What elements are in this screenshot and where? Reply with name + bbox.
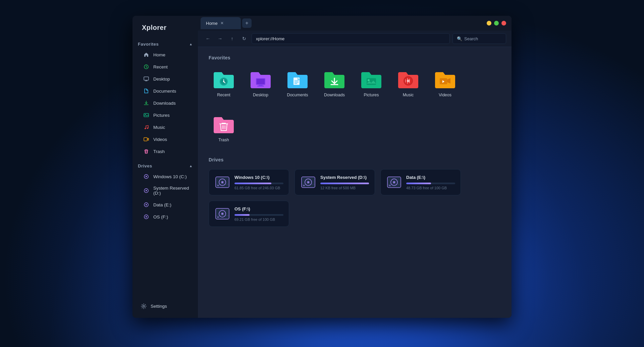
address-bar[interactable] [252, 33, 450, 44]
folder-trash-label: Trash [218, 138, 229, 142]
favorites-arrow-icon: ▲ [189, 42, 193, 46]
forward-button[interactable]: → [215, 34, 225, 43]
forward-icon: → [218, 36, 222, 41]
close-button[interactable] [501, 21, 506, 26]
documents-icon [143, 88, 149, 94]
svg-point-48 [308, 182, 309, 183]
folder-videos-label: Videos [439, 93, 451, 97]
sidebar-item-videos[interactable]: Videos [135, 134, 195, 145]
videos-icon [143, 136, 149, 142]
drive-e-free: 48.73 GB free of 100 GB [406, 186, 455, 190]
settings-item[interactable]: Settings [132, 300, 198, 312]
drive-d-bar-bg [320, 183, 369, 184]
refresh-icon: ↻ [242, 36, 246, 41]
drive-f-free: 69.21 GB free of 100 GB [234, 217, 283, 221]
folder-recent-label: Recent [217, 93, 230, 97]
folder-item-pictures[interactable]: Pictures [356, 67, 386, 100]
downloads-icon [143, 100, 149, 106]
folder-item-music[interactable]: Music [393, 67, 423, 100]
folder-item-downloads[interactable]: Downloads [319, 67, 350, 100]
drive-c-bar-bg [234, 183, 283, 184]
up-icon: ↑ [231, 36, 233, 41]
drive-e-disk-icon [386, 174, 402, 190]
drive-d-disk-icon [300, 174, 316, 190]
favorites-section-header[interactable]: Favorites ▲ [132, 40, 198, 49]
back-button[interactable]: ← [203, 34, 213, 43]
drive-d-name: System Reserved (D:\) [320, 175, 369, 180]
drive-c-disk-icon [214, 174, 230, 190]
folder-item-videos[interactable]: Videos [430, 67, 460, 100]
favorites-section-label: Favorites [138, 42, 159, 47]
sidebar-trash-label: Trash [153, 149, 165, 154]
recent-icon [143, 64, 149, 70]
tab-close-icon[interactable]: ✕ [220, 21, 224, 25]
sidebar-f-drive-label: OS (F:) [153, 214, 168, 219]
folder-desktop-label: Desktop [253, 93, 268, 97]
folder-icon-pictures [360, 70, 383, 90]
svg-point-41 [222, 182, 223, 183]
drives-section-header[interactable]: Drives ▲ [132, 161, 198, 170]
svg-point-10 [146, 190, 147, 191]
sidebar-item-f-drive[interactable]: OS (F:) [135, 211, 195, 222]
sidebar-item-e-drive[interactable]: Data (E:) [135, 199, 195, 210]
sidebar-item-music[interactable]: Music [135, 121, 195, 133]
drive-card-e[interactable]: Data (E:\) 48.73 GB free of 100 GB [380, 169, 461, 195]
back-icon: ← [206, 36, 210, 41]
sidebar-item-d-drive[interactable]: System Reserved (D:) [135, 183, 195, 198]
refresh-button[interactable]: ↻ [239, 34, 249, 43]
svg-rect-57 [389, 185, 391, 186]
home-icon [143, 52, 149, 58]
folder-item-documents[interactable]: Documents [282, 67, 313, 100]
search-box[interactable]: 🔍 Search [452, 33, 506, 44]
main-area: Home ✕ + ← → ↑ ↻ [198, 16, 512, 318]
svg-point-62 [222, 213, 223, 214]
trash-icon [143, 148, 149, 154]
folder-icon-recent [212, 70, 235, 90]
svg-point-32 [407, 80, 410, 82]
drives-section-title: Drives [209, 157, 501, 162]
folder-item-recent[interactable]: Recent [209, 67, 239, 100]
minimize-button[interactable] [487, 21, 491, 26]
folder-item-desktop[interactable]: Desktop [246, 67, 276, 100]
svg-point-29 [368, 79, 370, 81]
drives-arrow-icon: ▲ [189, 164, 193, 168]
folder-icon-trash [212, 115, 235, 135]
sidebar-item-downloads[interactable]: Downloads [135, 97, 195, 109]
svg-rect-28 [367, 78, 376, 85]
up-button[interactable]: ↑ [227, 34, 237, 43]
sidebar-item-recent[interactable]: Recent [135, 61, 195, 72]
svg-point-18 [223, 81, 224, 82]
drives-content-section: Drives [209, 157, 501, 227]
sidebar-item-pictures[interactable]: Pictures [135, 109, 195, 121]
sidebar-videos-label: Videos [153, 137, 167, 142]
sidebar-item-home[interactable]: Home [135, 49, 195, 60]
maximize-button[interactable] [494, 21, 499, 26]
sidebar-downloads-label: Downloads [153, 101, 176, 106]
svg-rect-21 [259, 85, 263, 86]
drive-card-f[interactable]: OS (F:\) 69.21 GB free of 100 GB [209, 201, 289, 227]
drive-e-info: Data (E:\) 48.73 GB free of 100 GB [406, 175, 455, 190]
folder-icon-music [397, 70, 420, 90]
search-icon: 🔍 [457, 36, 462, 41]
drive-f-disk-icon [214, 206, 230, 222]
svg-point-8 [146, 176, 147, 177]
svg-rect-43 [217, 185, 219, 186]
tab-add-button[interactable]: + [242, 18, 252, 28]
drive-card-d[interactable]: System Reserved (D:\) 12 KB free of 500 … [294, 169, 375, 195]
sidebar-c-drive-label: Windows 10 (C:) [153, 174, 187, 179]
sidebar-item-desktop[interactable]: Desktop [135, 73, 195, 85]
app-window: Xplorer Favorites ▲ Home Recent [132, 16, 512, 318]
settings-icon [141, 303, 147, 309]
folder-icon-documents [286, 70, 309, 90]
drive-f-icon [143, 214, 149, 220]
drive-f-bar-fill [234, 214, 250, 216]
sidebar-documents-label: Documents [153, 89, 176, 94]
sidebar-item-trash[interactable]: Trash [135, 146, 195, 157]
drive-card-c[interactable]: Windows 10 (C:\) 61.85 GB free of 246.03… [209, 169, 289, 195]
music-icon [143, 124, 149, 130]
drives-section-label: Drives [138, 163, 152, 168]
tab-home[interactable]: Home ✕ [201, 17, 241, 29]
sidebar-item-documents[interactable]: Documents [135, 85, 195, 97]
sidebar-item-c-drive[interactable]: Windows 10 (C:) [135, 171, 195, 182]
folder-item-trash[interactable]: Trash [209, 112, 239, 145]
